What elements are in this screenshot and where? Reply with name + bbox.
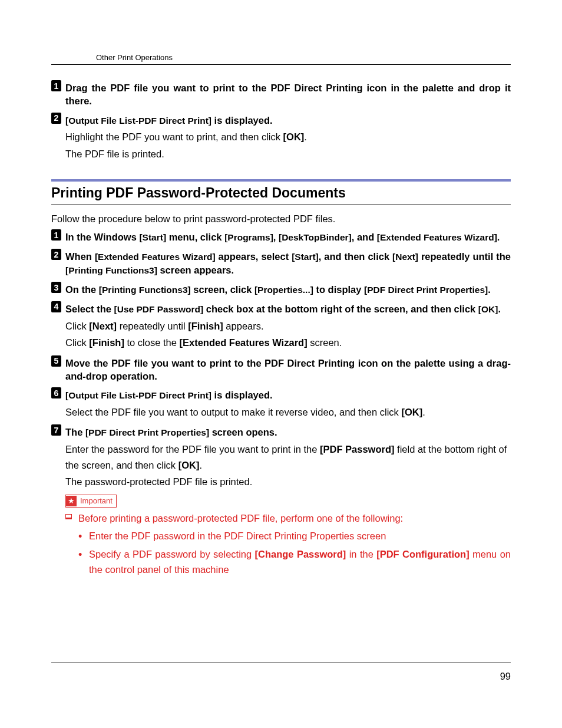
important-content: Before printing a password-protected PDF… xyxy=(65,511,511,577)
text: . xyxy=(422,407,425,417)
important-bullet-2: Specify a PDF password by selecting [Cha… xyxy=(78,547,511,577)
text: check box at the bottom right of the scr… xyxy=(203,304,478,314)
section-rule-top xyxy=(51,179,511,182)
step-number-icon: 4 xyxy=(51,301,61,312)
step-body: Highlight the PDF you want to print, and… xyxy=(65,129,511,162)
text: Select the PDF file you want to output t… xyxy=(65,407,401,417)
text: The password-protected PDF file is print… xyxy=(65,474,511,489)
step-number-icon: 1 xyxy=(51,80,61,91)
ui-label: [Printing Functions3] xyxy=(99,285,191,295)
section-rule-bottom xyxy=(51,205,511,205)
ui-label: [Extended Features Wizard] xyxy=(179,337,307,348)
step-number-icon: 5 xyxy=(51,355,61,367)
ui-label: [Extended Features Wizard] xyxy=(95,252,216,262)
step-heading: [Output File List-PDF Direct Print] is d… xyxy=(65,114,511,127)
step-number-icon: 2 xyxy=(51,249,61,260)
section-intro: Follow the procedure below to print pass… xyxy=(51,213,511,225)
step-heading: The [PDF Direct Print Properties] screen… xyxy=(65,426,511,439)
ui-label: [Finish] xyxy=(89,337,124,348)
text: is displayed. xyxy=(211,390,273,400)
proc-step-4: 4 Select the [Use PDF Password] check bo… xyxy=(51,302,511,351)
text: When xyxy=(65,251,95,262)
text: screen. xyxy=(308,337,342,348)
document-page: Other Print Operations 1 Drag the PDF fi… xyxy=(0,0,562,728)
proc-step-3: 3 On the [Printing Functions3] screen, c… xyxy=(51,283,511,297)
text: Highlight the PDF you want to print, and… xyxy=(65,131,283,142)
text: repeatedly until xyxy=(117,321,188,331)
ui-label: [Start] xyxy=(139,232,166,242)
step-number-icon: 1 xyxy=(51,229,61,241)
step-number-icon: 2 xyxy=(51,113,61,124)
section-title: Printing PDF Password-Protected Document… xyxy=(51,185,511,201)
text: in the xyxy=(346,549,376,559)
text: . xyxy=(498,304,501,314)
important-label: Important xyxy=(77,495,116,508)
ui-label: [Output File List-PDF Direct Print] xyxy=(65,390,211,400)
step-body: Enter the password for the PDF file you … xyxy=(65,442,511,577)
text: appears. xyxy=(223,321,264,331)
ui-label: [DeskTopBinder] xyxy=(279,232,352,242)
ui-label: [PDF Direct Print Properties] xyxy=(364,285,488,295)
step-body: Select the PDF file you want to output t… xyxy=(65,404,511,420)
text: . xyxy=(497,232,500,242)
proc-step-6: 6 [Output File List-PDF Direct Print] is… xyxy=(51,388,511,420)
ui-label: [OK] xyxy=(401,407,422,417)
important-badge: ★ Important xyxy=(65,495,117,508)
step-heading: In the Windows [Start] menu, click [Prog… xyxy=(65,230,511,244)
text: to display xyxy=(313,284,364,295)
proc-step-2: 2 When [Extended Features Wizard] appear… xyxy=(51,250,511,277)
proc-step-1: 1 In the Windows [Start] menu, click [Pr… xyxy=(51,230,511,244)
text: to close the xyxy=(124,337,180,348)
ui-label: [Next] xyxy=(89,321,117,331)
important-bullets: Enter the PDF password in the PDF Direct… xyxy=(65,529,511,578)
top-step-2: 2 [Output File List-PDF Direct Print] is… xyxy=(51,114,511,162)
text: Specify a PDF password by selecting xyxy=(89,549,255,559)
text: Click xyxy=(65,321,89,331)
ui-label: [Use PDF Password] xyxy=(114,304,204,314)
step-heading: Move the PDF file you want to print to t… xyxy=(65,357,511,383)
star-icon: ★ xyxy=(66,496,77,506)
important-bullet-1: Enter the PDF password in the PDF Direct… xyxy=(78,529,511,544)
text: On the xyxy=(65,284,99,295)
proc-step-5: 5 Move the PDF file you want to print to… xyxy=(51,357,511,383)
text: Select the xyxy=(65,304,114,314)
header-rule xyxy=(51,64,511,65)
text: screen opens. xyxy=(209,427,277,437)
ui-label: [Programs] xyxy=(224,232,273,242)
ui-label: [Properties...] xyxy=(254,285,313,295)
step-body: Click [Next] repeatedly until [Finish] a… xyxy=(65,318,511,351)
text: , and then click xyxy=(319,251,392,262)
text: is displayed. xyxy=(211,115,273,126)
ui-label: [Printing Functions3] xyxy=(65,265,157,275)
text: The xyxy=(65,427,85,437)
text: appears, select xyxy=(216,251,292,262)
text: screen appears. xyxy=(157,265,234,275)
text: . xyxy=(199,460,202,470)
ui-label: [PDF Configuration] xyxy=(376,549,469,559)
text: Enter the password for the PDF file you … xyxy=(65,444,320,454)
step-heading: Select the [Use PDF Password] check box … xyxy=(65,302,511,316)
step-number-icon: 3 xyxy=(51,282,61,293)
ui-label: [PDF Direct Print Properties] xyxy=(85,427,209,437)
ui-label: [OK] xyxy=(478,304,498,314)
top-step-1: 1 Drag the PDF file you want to print to… xyxy=(51,81,511,108)
step-heading: [Output File List-PDF Direct Print] is d… xyxy=(65,388,511,402)
step-heading: When [Extended Features Wizard] appears,… xyxy=(65,250,511,277)
text: In the Windows xyxy=(65,232,139,242)
ui-label: [Change Password] xyxy=(255,549,346,559)
text: , and xyxy=(352,232,377,242)
ui-label: [Next] xyxy=(392,252,418,262)
step-number-icon: 6 xyxy=(51,387,61,398)
ui-label: [OK] xyxy=(283,131,305,142)
running-head: Other Print Operations xyxy=(51,53,511,62)
step-heading: Drag the PDF file you want to print to t… xyxy=(65,81,511,108)
footer-rule xyxy=(51,663,511,663)
ui-label: [OK] xyxy=(178,460,200,470)
text: . xyxy=(488,284,491,295)
text: . xyxy=(304,131,307,142)
ui-label: [PDF Password] xyxy=(320,444,395,454)
ui-label: [Output File List-PDF Direct Print] xyxy=(65,116,211,126)
page-number: 99 xyxy=(500,671,511,682)
text: menu, click xyxy=(166,232,224,242)
ui-label: [Extended Features Wizard] xyxy=(377,232,497,242)
